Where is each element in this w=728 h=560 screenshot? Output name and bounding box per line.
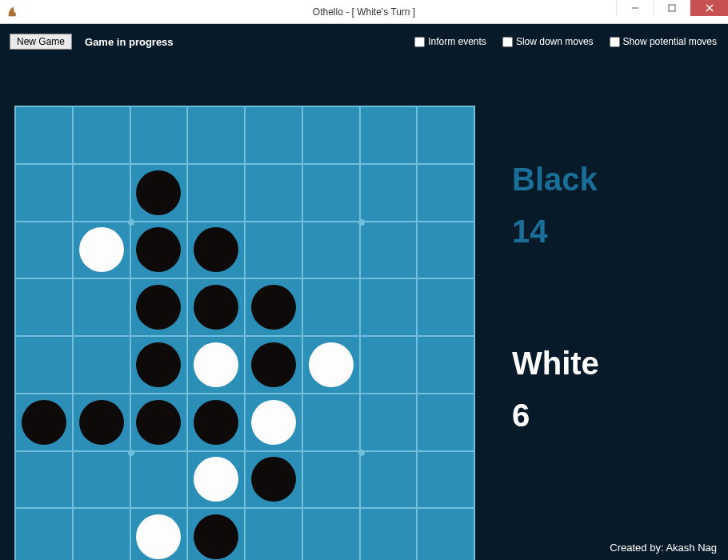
board-cell[interactable]	[246, 165, 303, 222]
board-cell[interactable]	[74, 452, 131, 510]
board-cell[interactable]	[303, 452, 361, 510]
board-cell[interactable]	[131, 509, 189, 560]
board-cell[interactable]	[74, 165, 131, 222]
guide-dot	[358, 450, 365, 456]
maximize-button[interactable]	[653, 0, 690, 16]
board-cell[interactable]	[361, 452, 418, 510]
board-cell[interactable]	[418, 337, 475, 394]
board-cell[interactable]	[418, 279, 475, 337]
board-cell[interactable]	[131, 452, 189, 510]
piece-black	[22, 400, 66, 445]
board-cell[interactable]	[418, 509, 475, 560]
piece-white	[194, 457, 238, 502]
board-cell[interactable]	[303, 222, 361, 280]
piece-black	[79, 400, 124, 445]
board-cell[interactable]	[188, 337, 246, 394]
board-cell[interactable]	[361, 394, 418, 452]
score-panel: Black 14 White 6	[512, 106, 712, 530]
board-cell[interactable]	[16, 107, 74, 165]
board-cell[interactable]	[74, 337, 131, 394]
game-board	[14, 106, 475, 560]
board-cell[interactable]	[303, 509, 361, 560]
board-cell[interactable]	[188, 509, 246, 560]
board-cell[interactable]	[418, 107, 475, 165]
board-cell[interactable]	[418, 394, 475, 452]
checkbox-slow-down-moves[interactable]: Slow down moves	[502, 36, 594, 47]
board-cell[interactable]	[74, 222, 131, 280]
board-cell[interactable]	[246, 337, 303, 394]
board-cell[interactable]	[303, 165, 361, 222]
piece-black	[194, 514, 238, 559]
board-cell[interactable]	[74, 394, 131, 452]
board-cell[interactable]	[131, 165, 189, 222]
board-cell[interactable]	[361, 509, 418, 560]
board-cell[interactable]	[16, 222, 74, 280]
board-cell[interactable]	[303, 337, 361, 394]
board-cell[interactable]	[303, 107, 361, 165]
piece-black	[136, 227, 181, 272]
board-cell[interactable]	[16, 165, 74, 222]
checkbox-inform-events[interactable]: Inform events	[414, 36, 486, 47]
board-cell[interactable]	[74, 509, 131, 560]
board-cell[interactable]	[418, 165, 475, 222]
score-black: Black 14	[512, 162, 712, 250]
board-cell[interactable]	[361, 165, 418, 222]
board-cell[interactable]	[188, 279, 246, 337]
piece-black	[194, 285, 238, 330]
board-cell[interactable]	[246, 509, 303, 560]
board-cell[interactable]	[361, 222, 418, 280]
close-button[interactable]	[690, 0, 728, 16]
board-cell[interactable]	[246, 107, 303, 165]
board-cell[interactable]	[131, 279, 189, 337]
board-cell[interactable]	[131, 107, 189, 165]
app-body: New Game Game in progress Inform events …	[0, 24, 728, 560]
svg-rect-1	[669, 5, 675, 11]
guide-dot	[128, 219, 134, 226]
board-cell[interactable]	[16, 452, 74, 510]
board-cell[interactable]	[246, 279, 303, 337]
piece-black	[136, 285, 181, 330]
board-cell[interactable]	[16, 337, 74, 394]
board-cell[interactable]	[361, 107, 418, 165]
board-cell[interactable]	[188, 107, 246, 165]
checkbox-show-potential-moves[interactable]: Show potential moves	[610, 36, 717, 47]
piece-white	[79, 227, 124, 272]
board-cell[interactable]	[361, 279, 418, 337]
score-black-label: Black	[512, 162, 712, 198]
piece-white	[309, 342, 354, 387]
board-cell[interactable]	[246, 452, 303, 510]
board-cell[interactable]	[246, 222, 303, 280]
board-cell[interactable]	[188, 165, 246, 222]
board-cell[interactable]	[303, 394, 361, 452]
board-cell[interactable]	[131, 222, 189, 280]
piece-black	[194, 227, 238, 272]
piece-black	[136, 400, 181, 445]
board-cell[interactable]	[74, 279, 131, 337]
minimize-button[interactable]	[616, 0, 653, 16]
checkbox-inform-events-input[interactable]	[414, 37, 425, 47]
board-cell[interactable]	[361, 337, 418, 394]
guide-dot	[128, 450, 134, 456]
board-cell[interactable]	[188, 222, 246, 280]
board-cell[interactable]	[188, 394, 246, 452]
board-cell[interactable]	[188, 452, 246, 510]
checkbox-show-potential-moves-input[interactable]	[610, 37, 620, 47]
score-black-value: 14	[512, 214, 712, 250]
score-white-label: White	[512, 346, 712, 382]
game-status: Game in progress	[85, 36, 174, 48]
board-cell[interactable]	[16, 509, 74, 560]
window-title: Othello - [ White's Turn ]	[313, 6, 415, 18]
board-cell[interactable]	[16, 394, 74, 452]
board-cell[interactable]	[131, 337, 189, 394]
board-cell[interactable]	[418, 222, 475, 280]
board-cell[interactable]	[418, 452, 475, 510]
checkbox-slow-down-moves-input[interactable]	[502, 37, 513, 47]
board-cell[interactable]	[303, 279, 361, 337]
checkbox-label: Show potential moves	[623, 36, 717, 47]
board-cell[interactable]	[131, 394, 189, 452]
new-game-button[interactable]: New Game	[10, 34, 72, 50]
piece-white	[194, 342, 238, 387]
board-cell[interactable]	[246, 394, 303, 452]
board-cell[interactable]	[74, 107, 131, 165]
board-cell[interactable]	[16, 279, 74, 337]
